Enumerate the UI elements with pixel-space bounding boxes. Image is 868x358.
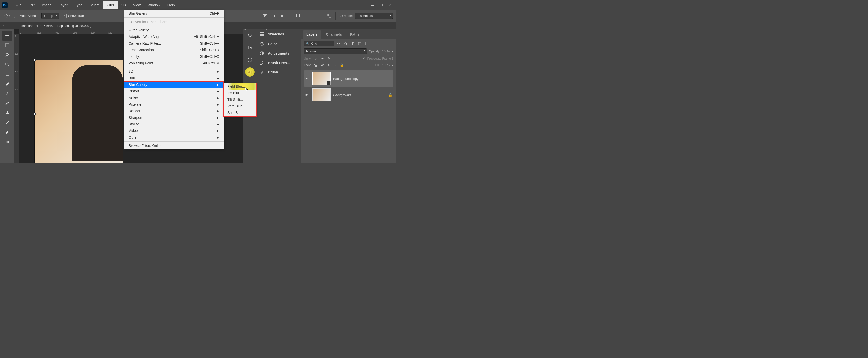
menu-select[interactable]: Select bbox=[86, 1, 103, 9]
lasso-tool[interactable] bbox=[2, 50, 12, 60]
menu-cat-stylize[interactable]: Stylize▶ bbox=[124, 121, 224, 127]
menu-cat-blur-gallery[interactable]: Blur Gallery▶ bbox=[124, 81, 224, 88]
panel-adjustments[interactable]: Adjustments bbox=[256, 49, 301, 58]
blend-mode-dropdown[interactable]: Normal bbox=[304, 49, 367, 54]
submenu-path-blur[interactable]: Path Blur... bbox=[224, 103, 256, 110]
visibility-toggle[interactable]: 👁 bbox=[305, 93, 310, 97]
unify-visibility-icon[interactable]: 👁 bbox=[320, 56, 325, 61]
tab-channels[interactable]: Channels bbox=[322, 30, 345, 38]
marquee-tool[interactable] bbox=[2, 40, 12, 50]
menu-edit[interactable]: Edit bbox=[25, 1, 38, 9]
eyedropper-tool[interactable] bbox=[2, 79, 12, 89]
fill-value[interactable]: 100% bbox=[382, 63, 390, 67]
menu-layer[interactable]: Layer bbox=[55, 1, 71, 9]
unify-position-icon[interactable]: ⤢ bbox=[314, 56, 318, 61]
panel-brush[interactable]: Brush bbox=[256, 67, 301, 77]
menu-liquify[interactable]: Liquify...Shift+Ctrl+X bbox=[124, 53, 224, 60]
eraser-tool[interactable] bbox=[2, 127, 12, 137]
menu-lens-correction[interactable]: Lens Correction...Shift+Ctrl+R bbox=[124, 47, 224, 53]
collapse-icon[interactable]: « bbox=[245, 28, 246, 31]
tab-paths[interactable]: Paths bbox=[346, 30, 363, 38]
menu-cat-other[interactable]: Other▶ bbox=[124, 134, 224, 141]
gradient-tool[interactable] bbox=[2, 137, 12, 146]
panel-color[interactable]: Color bbox=[256, 39, 301, 49]
collapse-icon[interactable]: « bbox=[266, 28, 268, 31]
submenu-iris-blur[interactable]: Iris Blur... bbox=[224, 90, 256, 96]
filter-pixel-icon[interactable] bbox=[336, 41, 341, 46]
show-transform-checkbox[interactable] bbox=[63, 14, 67, 18]
layer-thumbnail[interactable] bbox=[312, 88, 331, 101]
align-top-icon[interactable] bbox=[261, 13, 269, 19]
submenu-tilt-shift[interactable]: Tilt-Shift... bbox=[224, 96, 256, 103]
menu-cat-render[interactable]: Render▶ bbox=[124, 108, 224, 114]
brush-tool[interactable] bbox=[2, 98, 12, 108]
filter-kind-dropdown[interactable]: 🔍Kind bbox=[304, 40, 334, 47]
menu-window[interactable]: Window bbox=[144, 1, 164, 9]
lock-artboard-icon[interactable]: ▱ bbox=[333, 63, 338, 67]
properties-icon[interactable] bbox=[244, 41, 256, 54]
show-transform-group[interactable]: Show Transf bbox=[63, 14, 86, 18]
transform-handle[interactable] bbox=[34, 59, 36, 61]
chevron-down-icon[interactable]: ▾ bbox=[392, 63, 394, 67]
lock-paint-icon[interactable]: 🖌 bbox=[320, 63, 324, 67]
menu-last-filter[interactable]: Blur GalleryCtrl+F bbox=[124, 10, 224, 17]
menu-cat-distort[interactable]: Distort▶ bbox=[124, 88, 224, 94]
menu-cat-pixelate[interactable]: Pixelate▶ bbox=[124, 101, 224, 108]
history-icon[interactable] bbox=[244, 29, 256, 41]
canvas-image[interactable] bbox=[34, 60, 123, 163]
unify-style-icon[interactable]: fx bbox=[327, 56, 331, 61]
menu-image[interactable]: Image bbox=[38, 1, 55, 9]
crop-tool[interactable] bbox=[2, 69, 12, 79]
propagate-checkbox[interactable] bbox=[362, 57, 365, 60]
chevron-down-icon[interactable]: ▾ bbox=[392, 50, 394, 53]
transform-handle[interactable] bbox=[34, 113, 36, 115]
menu-filter-gallery[interactable]: Filter Gallery... bbox=[124, 27, 224, 33]
filter-smart-icon[interactable] bbox=[365, 41, 369, 46]
layer-name[interactable]: Background copy bbox=[333, 77, 393, 81]
move-tool[interactable] bbox=[2, 31, 12, 40]
menu-view[interactable]: View bbox=[129, 1, 144, 9]
filter-type-icon[interactable]: T bbox=[350, 41, 355, 46]
auto-select-group[interactable]: Auto-Select: bbox=[14, 14, 38, 18]
dist-2-icon[interactable] bbox=[303, 13, 310, 19]
collapse-icon[interactable]: » bbox=[3, 24, 4, 27]
quick-select-tool[interactable] bbox=[2, 60, 12, 69]
stamp-tool[interactable] bbox=[2, 108, 12, 118]
filter-adjust-icon[interactable] bbox=[343, 41, 348, 46]
menu-help[interactable]: Help bbox=[164, 1, 178, 9]
menu-cat-sharpen[interactable]: Sharpen▶ bbox=[124, 114, 224, 121]
submenu-field-blur[interactable]: Field Blur... bbox=[224, 83, 256, 90]
visibility-toggle[interactable]: 👁 bbox=[305, 77, 310, 81]
layer-thumbnail[interactable] bbox=[312, 72, 331, 85]
menu-adaptive-wide[interactable]: Adaptive Wide Angle...Alt+Shift+Ctrl+A bbox=[124, 33, 224, 40]
menu-camera-raw[interactable]: Camera Raw Filter...Shift+Ctrl+A bbox=[124, 40, 224, 47]
document-tab[interactable]: christian-ferrer-546458-unsplash.jpg @ 3… bbox=[18, 22, 94, 29]
lock-all-icon[interactable]: 🔒 bbox=[340, 63, 344, 67]
layer-item[interactable]: 👁 Background 🔒 bbox=[304, 87, 394, 103]
dist-3-icon[interactable] bbox=[312, 13, 319, 19]
menu-cat-video[interactable]: Video▶ bbox=[124, 127, 224, 134]
history-brush-tool[interactable] bbox=[2, 118, 12, 127]
menu-3d[interactable]: 3D bbox=[118, 1, 129, 9]
dist-1-icon[interactable] bbox=[294, 13, 302, 19]
move-tool-icon[interactable]: ▾ bbox=[3, 12, 11, 20]
menu-cat-3d[interactable]: 3D▶ bbox=[124, 68, 224, 75]
info-icon[interactable]: i bbox=[244, 54, 256, 66]
layer-item[interactable]: 👁 Background copy bbox=[304, 70, 394, 87]
align-vcenter-icon[interactable] bbox=[270, 13, 277, 19]
align-bottom-icon[interactable] bbox=[279, 13, 286, 19]
tab-layers[interactable]: Layers bbox=[303, 30, 321, 38]
panel-brush-presets[interactable]: Brush Pres... bbox=[256, 58, 301, 67]
menu-filter[interactable]: Filter bbox=[103, 1, 118, 9]
auto-select-dropdown[interactable]: Group bbox=[41, 13, 59, 19]
workspace-dropdown[interactable]: Essentials bbox=[355, 13, 393, 19]
panel-swatches[interactable]: Swatches bbox=[256, 29, 301, 39]
auto-select-checkbox[interactable] bbox=[14, 14, 18, 18]
menu-file[interactable]: File bbox=[12, 1, 25, 9]
menu-vanishing-point[interactable]: Vanishing Point...Alt+Ctrl+V bbox=[124, 60, 224, 66]
minimize-button[interactable]: — bbox=[368, 1, 377, 9]
filter-shape-icon[interactable] bbox=[358, 41, 362, 46]
lock-position-icon[interactable]: ✥ bbox=[326, 63, 331, 67]
menu-cat-blur[interactable]: Blur▶ bbox=[124, 75, 224, 81]
menu-browse-online[interactable]: Browse Filters Online... bbox=[124, 142, 224, 149]
